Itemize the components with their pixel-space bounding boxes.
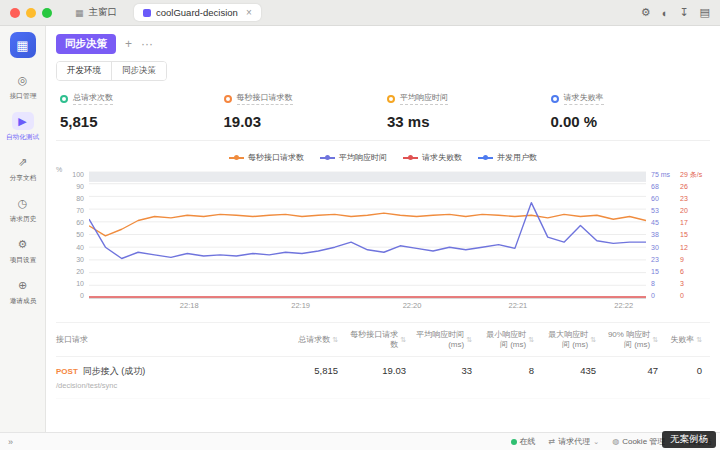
column-avg-response[interactable]: 平均响应时间 (ms)⇅	[414, 330, 480, 350]
tab-main-window[interactable]: ▦ 主窗口	[66, 3, 126, 22]
cell-min-response: 8	[480, 365, 542, 376]
axis-tick-label: 60	[651, 195, 675, 202]
sidebar-item-automated-testing[interactable]: ▶ 自动化测试	[0, 108, 45, 146]
axis-tick-label: 60	[58, 219, 84, 226]
sidebar-item-api-management[interactable]: ◎ 接口管理	[0, 67, 45, 105]
right-axis-ms-labels: 75 ms686053453830231580	[651, 171, 675, 299]
cell-failure-rate: 0	[666, 365, 710, 376]
legend-marker-icon	[478, 157, 493, 159]
minimize-window-button[interactable]	[26, 8, 36, 18]
maximize-window-button[interactable]	[42, 8, 52, 18]
stat-avg-response-time: 平均响应时间 33 ms	[383, 92, 547, 130]
axis-tick-label: 30	[651, 244, 675, 251]
x-tick-label: 22:19	[291, 301, 310, 310]
axis-tick-label: 3	[680, 280, 708, 287]
download-icon[interactable]: ↧	[679, 6, 688, 19]
axis-tick-label: 15	[651, 268, 675, 275]
chart-area: 22:1822:1922:2022:2122:22	[89, 171, 646, 312]
performance-chart	[89, 171, 646, 299]
app-body: ▦ ◎ 接口管理 ▶ 自动化测试 ⇗ 分享文档 ◷ 请求历史 ⚙ 项目设置 ⊕ …	[0, 26, 720, 432]
sort-icon[interactable]: ⇅	[652, 336, 658, 345]
app-logo-icon[interactable]: ▦	[10, 32, 36, 58]
column-rps[interactable]: 每秒接口请求数⇅	[346, 330, 414, 350]
axis-tick-label: 80	[58, 195, 84, 202]
sort-icon[interactable]: ⇅	[332, 336, 338, 345]
x-tick-label: 22:18	[180, 301, 199, 310]
axis-tick-label: 29 条/s	[680, 171, 708, 178]
column-total-requests[interactable]: 总请求数⇅	[282, 335, 346, 345]
axis-tick-label: 12	[680, 244, 708, 251]
axis-tick-label: 15	[680, 231, 708, 238]
axis-tick-label: 23	[651, 256, 675, 263]
theme-icon[interactable]: ◐	[662, 7, 669, 19]
page-title: 同步决策	[56, 34, 116, 54]
cookie-manager-button[interactable]: ◍ Cookie 管理	[612, 436, 665, 447]
axis-tick-label: 23	[680, 195, 708, 202]
sort-icon[interactable]: ⇅	[400, 336, 406, 345]
cell-total-requests: 5,815	[282, 365, 346, 376]
expand-sidebar-icon[interactable]: »	[8, 437, 13, 447]
chart-legend: 每秒接口请求数 平均响应时间 请求失败数 并发用户数	[56, 141, 710, 169]
sort-icon[interactable]: ⇅	[528, 336, 534, 345]
proxy-icon: ⇄	[549, 437, 556, 446]
rps-icon	[224, 95, 232, 103]
column-api-request[interactable]: 接口请求	[56, 335, 282, 345]
request-proxy-button[interactable]: ⇄ 请求代理 ⌄	[549, 436, 600, 447]
main-content: 同步决策 + ··· 开发环境 同步决策 总请求次数 5,815 每秒接口请求数…	[46, 26, 720, 432]
online-dot-icon	[511, 439, 517, 445]
sidebar-item-project-settings[interactable]: ⚙ 项目设置	[0, 231, 45, 269]
stat-requests-per-second: 每秒接口请求数 19.03	[220, 92, 384, 130]
sidebar-item-invite-members[interactable]: ⊕ 邀请成员	[0, 272, 45, 310]
axis-tick-label: 20	[680, 207, 708, 214]
axis-tick-label: 45	[651, 219, 675, 226]
sort-icon[interactable]: ⇅	[590, 336, 596, 345]
axis-tick-label: 20	[58, 268, 84, 275]
sort-icon[interactable]: ⇅	[696, 336, 702, 345]
stat-value: 5,815	[60, 113, 216, 130]
legend-concurrent-users[interactable]: 并发用户数	[478, 152, 537, 163]
window-controls	[10, 8, 52, 18]
content-header: 同步决策 + ···	[56, 33, 710, 55]
x-axis-labels: 22:1822:1922:2022:2122:22	[89, 299, 646, 312]
legend-rps[interactable]: 每秒接口请求数	[229, 152, 304, 163]
table-row[interactable]: POST 同步接入 (成功) /decision/test/sync 5,815…	[56, 357, 710, 399]
axis-tick-label: 75 ms	[651, 171, 675, 178]
column-p90-response[interactable]: 90% 响应时间 (ms)⇅	[604, 330, 666, 350]
stat-value: 33 ms	[387, 113, 543, 130]
stat-value: 19.03	[224, 113, 380, 130]
tab-sync-decision[interactable]: 同步决策	[111, 62, 166, 80]
project-icon	[143, 9, 151, 17]
x-tick-label: 22:20	[403, 301, 422, 310]
more-menu-button[interactable]: ···	[141, 38, 153, 50]
online-status[interactable]: 在线	[511, 436, 536, 447]
add-button[interactable]: +	[125, 38, 132, 50]
tab-coolguard-decision[interactable]: coolGuard-decision ×	[134, 4, 261, 21]
right-axis-qps-labels: 29 条/s2623201715129630	[680, 171, 708, 299]
x-tick-label: 22:21	[508, 301, 527, 310]
project-settings-icon: ⚙	[12, 235, 34, 253]
axis-tick-label: 6	[680, 268, 708, 275]
column-failure-rate[interactable]: 失败率⇅	[666, 335, 710, 345]
tab-dev-environment[interactable]: 开发环境	[57, 62, 111, 80]
automated-testing-icon: ▶	[12, 112, 34, 130]
legend-avg-response[interactable]: 平均响应时间	[320, 152, 387, 163]
axis-tick-label: 70	[58, 207, 84, 214]
close-window-button[interactable]	[10, 8, 20, 18]
environment-tabs: 开发环境 同步决策	[56, 61, 167, 81]
statusbar: » 在线 ⇄ 请求代理 ⌄ ◍ Cookie 管理 ⟲ 回收站	[0, 432, 720, 450]
column-min-response[interactable]: 最小响应时间 (ms)⇅	[480, 330, 542, 350]
legend-failures[interactable]: 请求失败数	[403, 152, 462, 163]
sort-icon[interactable]: ⇅	[466, 336, 472, 345]
axis-tick-label: 8	[651, 280, 675, 287]
axis-tick-label: 9	[680, 256, 708, 263]
sidebar-item-share-docs[interactable]: ⇗ 分享文档	[0, 149, 45, 187]
close-tab-icon[interactable]: ×	[246, 7, 252, 18]
axis-tick-label: 38	[651, 231, 675, 238]
column-max-response[interactable]: 最大响应时间 (ms)⇅	[542, 330, 604, 350]
axis-tick-label: 0	[651, 292, 675, 299]
left-axis-unit: %	[56, 166, 62, 173]
titlebar: ▦ 主窗口 coolGuard-decision × ⚙ ◐ ↧ ▤	[0, 0, 720, 26]
settings-icon[interactable]: ⚙	[641, 6, 651, 19]
sidebar-item-request-history[interactable]: ◷ 请求历史	[0, 190, 45, 228]
layout-icon[interactable]: ▤	[700, 6, 710, 19]
